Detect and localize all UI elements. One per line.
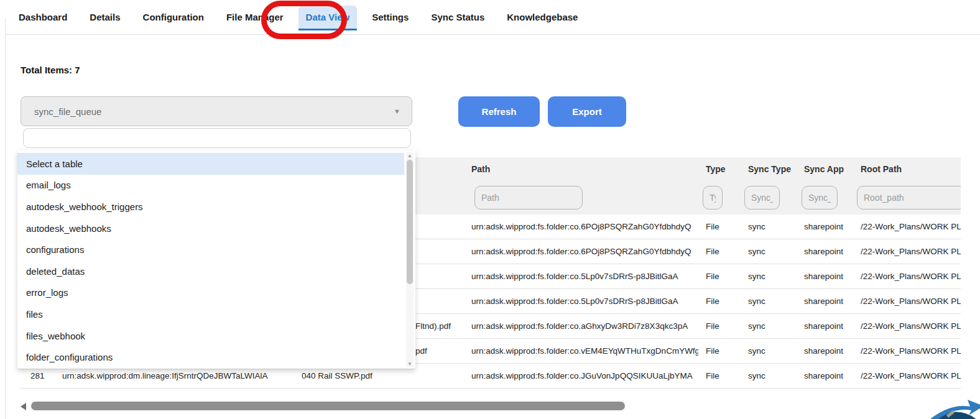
cell-sync-app: sharepoint [804, 239, 854, 264]
cell-sync-type: sync [748, 264, 792, 289]
page-left-border [5, 17, 6, 419]
export-button[interactable]: Export [548, 96, 626, 127]
filter-path-input[interactable] [474, 186, 583, 210]
tab-file-manager[interactable]: File Manager [219, 6, 291, 30]
table-select-option-list: Select a table email_logs autodesk_webho… [17, 150, 415, 369]
brand-logo [928, 397, 980, 419]
option-select-a-table[interactable]: Select a table [17, 153, 404, 175]
tab-sync-status[interactable]: Sync Status [423, 6, 492, 30]
cell-sync-app: sharepoint [804, 264, 854, 289]
total-items-label: Total Items: 7 [21, 65, 80, 75]
cell-root-path: /22-Work_Plans/WORK PLAN [861, 314, 961, 339]
option-autodesk-webhooks[interactable]: autodesk_webhooks [17, 218, 404, 239]
cell-sync-app: sharepoint [804, 339, 854, 364]
column-header-sync-type: Sync Type [748, 164, 791, 174]
cell-path: urn:adsk.wipprod:fs.folder:co.6POj8PSQRZ… [471, 214, 698, 239]
column-header-path: Path [471, 164, 490, 174]
filter-type-input[interactable] [703, 186, 723, 210]
dropdown-scrollbar-thumb[interactable] [407, 160, 413, 284]
option-configurations[interactable]: configurations [17, 239, 404, 260]
cell-path: urn:adsk.wipprod:fs.folder:co.vEM4EYqWTH… [471, 339, 698, 364]
tab-settings[interactable]: Settings [364, 6, 416, 30]
option-error-logs[interactable]: error_logs [17, 282, 404, 304]
cell-type: File [706, 339, 740, 364]
option-deleted-datas[interactable]: deleted_datas [17, 260, 404, 282]
tab-configuration[interactable]: Configuration [136, 6, 211, 30]
cell-path: urn:adsk.wipprod:fs.folder:co.5Lp0v7sDRr… [471, 289, 698, 314]
tab-dashboard[interactable]: Dashboard [11, 6, 75, 30]
cell-root-path: /22-Work_Plans/WORK PLAN [861, 264, 961, 289]
cell-root-path: /22-Work_Plans/WORK PLAN [861, 339, 961, 364]
filter-sync-app-input[interactable] [802, 186, 838, 210]
option-list: Select a table email_logs autodesk_webho… [17, 153, 404, 368]
cell-path: urn:adsk.wipprod:fs.folder:co.5Lp0v7sDRr… [471, 264, 698, 289]
cell-sync-type: sync [748, 214, 792, 239]
tab-details[interactable]: Details [82, 6, 127, 30]
cell-type: File [706, 314, 740, 339]
tab-data-view[interactable]: Data View [298, 6, 358, 30]
option-folder-configurations[interactable]: folder_configurations [17, 346, 404, 368]
cell-type: File [706, 239, 740, 264]
cell-sync-type: sync [748, 314, 792, 339]
horizontal-scrollbar-thumb[interactable] [31, 402, 625, 410]
app-window: Dashboard Details Configuration File Man… [0, 0, 980, 419]
chevron-down-icon: ▼ [394, 108, 400, 115]
column-header-root-path: Root Path [861, 164, 902, 174]
cell-sync-app: sharepoint [804, 214, 854, 239]
tab-bar: Dashboard Details Configuration File Man… [11, 6, 585, 30]
scroll-up-icon[interactable]: ▲ [406, 153, 414, 159]
cell-root-path: /22-Work_Plans/WORK PLAN [861, 239, 961, 264]
column-header-type: Type [706, 164, 726, 174]
cell-sync-type: sync [748, 339, 792, 364]
cell-sync-app: sharepoint [804, 289, 854, 314]
cell-path: urn:adsk.wipprod:fs.folder:co.JGuVonJpQQ… [471, 364, 698, 389]
tabbar-divider [5, 34, 980, 35]
table-select-dropdown[interactable]: sync_file_queue ▼ [21, 96, 412, 126]
option-files[interactable]: files [17, 303, 404, 325]
column-header-sync-app: Sync App [804, 164, 844, 174]
cell-name-fragment: Fltnd).pdf [415, 314, 474, 339]
dropdown-scrollbar[interactable]: ▲ ▼ [406, 152, 414, 367]
cell-sync-type: sync [748, 239, 792, 264]
table-select-value: sync_file_queue [34, 106, 394, 117]
cell-name-fragment: pdf [415, 339, 474, 364]
option-files-webhook[interactable]: files_webhook [17, 325, 404, 347]
filter-sync-type-input[interactable] [744, 186, 780, 210]
filter-root-path-input[interactable] [857, 186, 961, 210]
cell-path: urn:adsk.wipprod:fs.folder:co.6POj8PSQRZ… [471, 239, 698, 264]
cell-root-path: /22-Work_Plans/WORK PLAN [861, 289, 961, 314]
hscroll-left-arrow-icon[interactable] [21, 403, 26, 410]
scroll-down-icon[interactable]: ▼ [406, 361, 414, 367]
cell-sync-app: sharepoint [804, 314, 854, 339]
circular-arrow-logo-icon [928, 397, 980, 419]
table-search-input[interactable] [23, 128, 411, 148]
cell-path: urn:adsk.wipprod:fs.folder:co.aGhxyDw3RD… [471, 314, 698, 339]
cell-sync-type: sync [748, 364, 792, 389]
cell-root-path: /22-Work_Plans/WORK PLAN [861, 214, 961, 239]
cell-type: File [706, 364, 740, 389]
cell-type: File [706, 289, 740, 314]
option-email-logs[interactable]: email_logs [17, 175, 404, 196]
refresh-button[interactable]: Refresh [458, 96, 540, 127]
option-autodesk-webhook-triggers[interactable]: autodesk_webhook_triggers [17, 196, 404, 218]
tab-knowledgebase[interactable]: Knowledgebase [499, 6, 585, 30]
cell-sync-type: sync [748, 289, 792, 314]
cell-root-path: /22-Work_Plans/WORK PLAN [861, 364, 961, 389]
cell-type: File [706, 264, 740, 289]
cell-type: File [706, 214, 740, 239]
cell-sync-app: sharepoint [804, 364, 854, 389]
